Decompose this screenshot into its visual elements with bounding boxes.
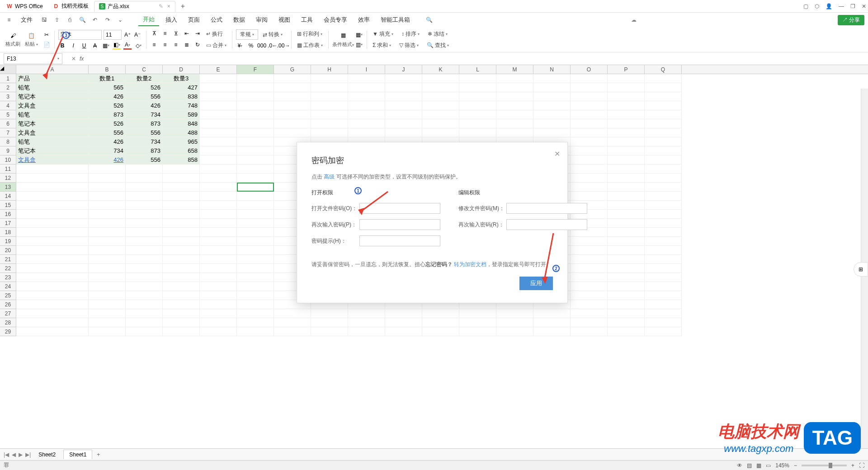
col-header-O[interactable]: O [571, 65, 608, 74]
cell[interactable]: 556 [126, 92, 163, 101]
cell[interactable]: 文具盒 [16, 128, 89, 137]
cell[interactable] [237, 74, 274, 83]
cell[interactable] [89, 255, 126, 264]
cell[interactable] [237, 119, 274, 128]
cell[interactable] [126, 228, 163, 237]
cell[interactable] [496, 318, 533, 327]
share-button[interactable]: ↗ 分享 [838, 15, 864, 25]
cell[interactable] [385, 83, 422, 92]
cell[interactable]: 488 [163, 128, 200, 137]
row-header-20[interactable]: 20 [0, 246, 16, 255]
decimal-inc-icon[interactable]: .00→ [279, 42, 288, 50]
cell[interactable] [126, 291, 163, 300]
cell[interactable] [237, 164, 274, 174]
fullscreen-icon[interactable]: ⛶ [859, 462, 864, 469]
cell[interactable] [645, 273, 682, 282]
cell[interactable] [89, 228, 126, 237]
cell[interactable] [385, 92, 422, 101]
cell[interactable] [533, 309, 571, 318]
cell[interactable] [496, 110, 533, 119]
cell[interactable] [533, 128, 571, 137]
cell[interactable] [645, 192, 682, 201]
cell[interactable] [274, 92, 311, 101]
cell[interactable] [16, 282, 89, 291]
cell[interactable] [126, 183, 163, 192]
cell[interactable] [274, 74, 311, 83]
print-icon[interactable]: ⎙ [64, 14, 75, 25]
cell[interactable]: 556 [126, 128, 163, 137]
cell[interactable] [422, 128, 459, 137]
layout-icon[interactable]: ▢ [803, 3, 808, 9]
cell[interactable] [385, 128, 422, 137]
cell[interactable] [348, 74, 385, 83]
close-tab-icon[interactable]: × [167, 3, 170, 9]
new-tab-button[interactable]: + [181, 2, 185, 10]
cell[interactable] [200, 246, 237, 255]
cell[interactable] [16, 300, 89, 309]
row-header-9[interactable]: 9 [0, 146, 16, 155]
cell[interactable]: 734 [126, 110, 163, 119]
cond-format-icon[interactable]: ▦ [339, 31, 347, 39]
col-header-M[interactable]: M [496, 65, 533, 74]
undo-icon[interactable]: ↶ [90, 14, 100, 25]
cell[interactable]: 铅笔 [16, 83, 89, 92]
indent-right-icon[interactable]: ⇥ [193, 29, 202, 38]
cell[interactable] [200, 291, 237, 300]
filter-button[interactable]: ▽ 筛选▾ [397, 41, 420, 50]
cell[interactable] [163, 255, 200, 264]
minimize-button[interactable]: — [839, 3, 844, 9]
preview-icon[interactable]: 🔍 [77, 14, 88, 25]
cell[interactable] [200, 210, 237, 219]
cell[interactable] [126, 309, 163, 318]
cell[interactable]: 文具盒 [16, 155, 89, 164]
cell[interactable] [422, 327, 459, 336]
cell[interactable] [311, 318, 348, 327]
cell[interactable] [459, 110, 496, 119]
row-header-7[interactable]: 7 [0, 128, 16, 137]
find-button[interactable]: 🔍 查找▾ [425, 41, 451, 50]
cell[interactable] [16, 291, 89, 300]
cell[interactable] [422, 110, 459, 119]
row-header-15[interactable]: 15 [0, 201, 16, 210]
cell[interactable] [645, 264, 682, 273]
dialog-close-button[interactable]: ✕ [554, 150, 560, 158]
cell[interactable] [348, 110, 385, 119]
rows-cols-button[interactable]: ⊞ 行和列▾ [295, 29, 325, 39]
cell[interactable] [385, 110, 422, 119]
cell[interactable] [496, 101, 533, 110]
cell[interactable] [645, 309, 682, 318]
cell[interactable] [200, 228, 237, 237]
cell[interactable] [645, 74, 682, 83]
fill-button[interactable]: ▼ 填充▾ [371, 29, 395, 39]
cell[interactable] [200, 174, 237, 183]
cell[interactable] [608, 101, 645, 110]
worksheet-button[interactable]: ▦ 工作表▾ [295, 41, 325, 50]
cell[interactable]: 748 [163, 101, 200, 110]
maximize-button[interactable]: ❐ [850, 3, 855, 9]
cell[interactable] [200, 264, 237, 273]
cell[interactable] [533, 83, 571, 92]
cell[interactable] [459, 119, 496, 128]
cell[interactable] [89, 264, 126, 273]
cell[interactable] [385, 318, 422, 327]
cell[interactable] [163, 318, 200, 327]
row-header-18[interactable]: 18 [0, 228, 16, 237]
view-page-icon[interactable]: ▤ [747, 462, 752, 469]
cell[interactable] [16, 255, 89, 264]
cell[interactable] [237, 192, 274, 201]
zoom-out-button[interactable]: − [794, 462, 797, 469]
cell[interactable] [571, 146, 608, 155]
cell[interactable] [200, 110, 237, 119]
cell[interactable] [608, 174, 645, 183]
cell[interactable]: 笔记本 [16, 92, 89, 101]
cell[interactable] [608, 219, 645, 228]
col-header-K[interactable]: K [422, 65, 459, 74]
cell[interactable] [200, 183, 237, 192]
cell[interactable] [608, 201, 645, 210]
cell[interactable]: 556 [126, 155, 163, 164]
row-header-10[interactable]: 10 [0, 155, 16, 164]
cell[interactable] [200, 137, 237, 146]
cell[interactable]: 873 [126, 119, 163, 128]
cell[interactable] [533, 92, 571, 101]
cell[interactable] [571, 327, 608, 336]
